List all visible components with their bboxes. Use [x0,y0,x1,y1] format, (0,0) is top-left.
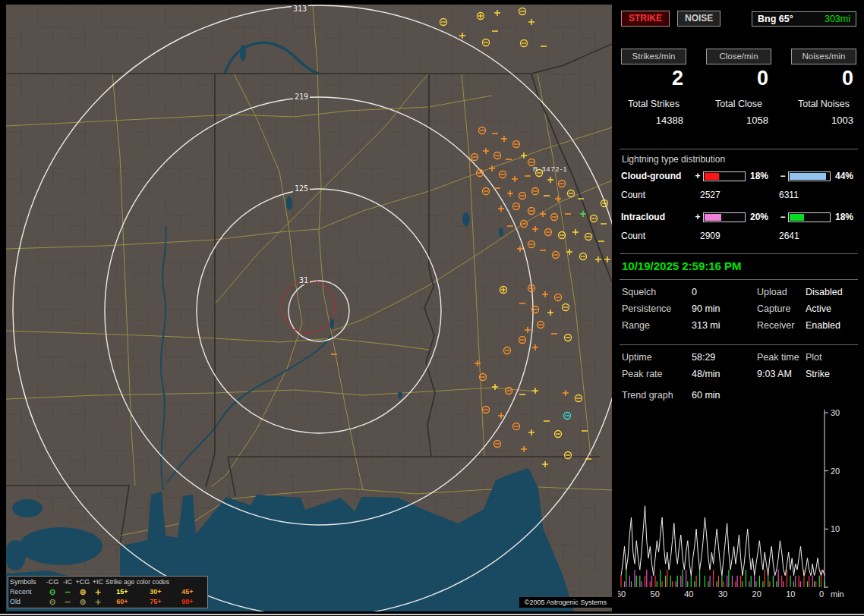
strikes-per-min-value: 2 [621,67,686,90]
total-close-label: Total Close [706,99,771,109]
ic-neg-count: 2641 [771,231,850,241]
uptime-label: Uptime [622,352,692,363]
count-label: Count [621,190,692,200]
cg-pos-count: 2527 [692,190,771,200]
ic-pos-pct: 20% [747,212,777,222]
legend-symbol-icon: + [90,597,106,607]
cg-neg-count: 6311 [771,190,850,200]
ic-neg-bar [788,212,831,222]
svg-text:10: 10 [786,589,795,599]
close-per-min-button[interactable]: Close/min [706,49,771,64]
squelch-label: Squelch [622,287,692,297]
rate-counters: Strikes/min 2 Close/min 0 Noises/min 0 [621,49,856,90]
divider [620,279,858,280]
cg-neg-bar [788,171,831,181]
legend-col-neg-cg: -CG [45,577,60,587]
cg-pos-pct: 18% [747,171,777,181]
svg-text:30: 30 [718,589,727,599]
svg-text:60: 60 [618,589,626,599]
legend-symbol-icon: ⊖ [45,587,60,597]
svg-text:30: 30 [831,408,840,417]
trend-graph-canvas: 3020106050403020100min [618,405,859,602]
trend-label-row: Trend graph 60 min [622,390,859,401]
divider [620,344,858,345]
legend-symbol-icon: ⊖ [45,597,60,607]
persistence-label: Persistence [622,303,692,314]
total-close-value: 1058 [706,115,771,126]
strikes-per-min-button[interactable]: Strikes/min [621,49,686,64]
bearing-range: 303mi [825,14,850,24]
legend-col-pos-cg: +CG [75,577,90,587]
cg-pos-bar [703,171,746,181]
intracloud-count-row: Count 2909 2641 [621,231,858,241]
noises-per-min-button[interactable]: Noises/min [791,49,856,64]
count-label: Count [621,231,692,241]
persistence-value: 90 min [692,303,757,314]
mode-toolbar: STRIKE NOISE Bng 65° 303mi [621,11,856,27]
sector-label: R-3472-1 [533,165,568,173]
svg-text:20: 20 [831,467,840,476]
legend-symbol-icon: + [90,587,106,597]
total-noises-label: Total Noises [791,99,856,109]
legend-row-label: Old [10,597,45,607]
peak-rate-value: 48/min [692,369,757,379]
ic-pos-bar [703,212,746,222]
copyright-notice: ©2005 Astrogenic Systems [519,597,612,608]
legend-symbol-icon: − [60,597,75,607]
intracloud-row: Intracloud + 20% − 18% [621,212,858,222]
ring-label-31: 31 [298,276,310,284]
receiver-value: Enabled [806,320,859,331]
legend-col-pos-ic: +IC [90,577,106,587]
window-bottom-edge [0,614,864,615]
bearing-readout: Bng 65° 303mi [752,11,856,27]
ring-label-219: 219 [293,93,310,101]
total-noises-value: 1003 [791,115,856,126]
legend-age-title: Strike age color codes [106,577,203,587]
ring-label-125: 125 [293,184,310,193]
minus-sign: − [777,212,788,222]
strike-mode-button[interactable]: STRIKE [621,11,670,27]
datetime-display: 10/19/2025 2:59:16 PM [622,259,742,272]
nexstorm-window: { "panel": { "strike_button": "STRIKE", … [0,0,864,616]
close-per-min-value: 0 [706,67,771,90]
trend-graph-window: 60 min [692,390,757,401]
divider [620,149,858,149]
plus-sign: + [692,212,703,222]
total-strikes-value: 14388 [621,115,686,126]
peak-rate-label: Peak rate [622,369,692,379]
svg-text:0: 0 [819,589,824,599]
cloud-ground-label: Cloud-ground [621,171,692,181]
legend-age-value: 15+ [106,587,139,597]
noises-per-min-value: 0 [791,67,856,90]
capture-label: Capture [757,303,806,314]
legend-age-value: 30+ [139,587,172,597]
control-panel: STRIKE NOISE Bng 65° 303mi Strikes/min 2… [618,5,859,611]
range-label: Range [622,320,692,331]
cloud-ground-count-row: Count 2527 6311 [621,190,858,200]
minus-sign: − [777,171,788,181]
cloud-ground-row: Cloud-ground + 18% − 44% [621,171,858,181]
noise-mode-button[interactable]: NOISE [677,11,721,27]
svg-text:10: 10 [831,524,840,533]
legend-symbols-title: Symbols [10,577,45,587]
symbol-legend: Symbols -CG -IC +CG +IC Strike age color… [8,576,208,608]
upload-value: Disabled [806,287,859,297]
svg-text:40: 40 [684,589,693,599]
ic-pos-count: 2909 [692,231,771,241]
svg-text:20: 20 [752,589,762,599]
range-value: 313 mi [692,320,757,331]
plot-value: Strike [806,369,859,379]
legend-symbol-icon: ⊕ [75,587,90,597]
upload-label: Upload [757,287,806,297]
distribution-title: Lightning type distribution [622,154,725,165]
legend-age-value: 90+ [172,597,203,607]
radar-map[interactable]: 313 219 125 31 R-3472-1 Symbols -CG -IC … [6,5,612,611]
squelch-value: 0 [692,287,757,297]
peak-time-value: 9:03 AM [757,369,806,379]
plus-sign: + [692,171,703,181]
status-grid: Uptime 58:29 Peak time Plot Peak rate 48… [622,352,859,379]
total-strikes-label: Total Strikes [621,99,686,109]
svg-text:50: 50 [651,589,660,599]
legend-col-neg-ic: -IC [60,577,75,587]
legend-symbol-icon: ⊕ [75,597,90,607]
